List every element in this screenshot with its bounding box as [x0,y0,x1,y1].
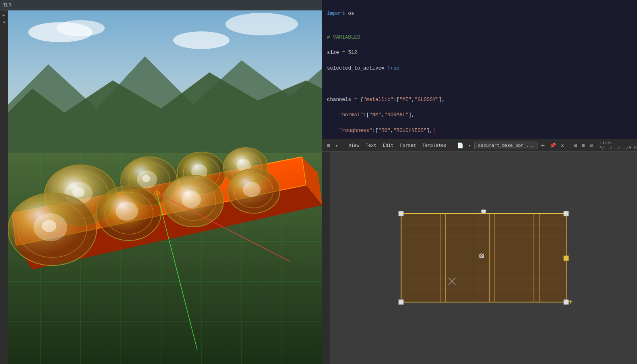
svg-point-2 [56,20,105,36]
file-dropdown[interactable]: ▾ [467,142,473,149]
templates-menu-btn[interactable]: Templates [420,142,449,149]
viewport-panel: ILR ▶ ◀ [0,0,322,364]
uv-mesh-svg: + [393,210,574,306]
svg-point-56 [243,182,261,197]
right-panel: import os # VARIABLES size = 512 selecte… [322,0,637,364]
svg-point-33 [72,187,85,197]
uv-canvas[interactable]: + [330,152,637,364]
split-view-icon[interactable]: ⊟ [588,142,595,149]
scene-svg [0,0,322,364]
script-toolbar: ≡ ▾ View Text Edit Format Templates 📄 ▾ … [322,139,637,152]
editor-type-icon[interactable]: ≡ [325,142,332,149]
svg-point-47 [42,220,56,232]
close-script-btn[interactable]: ✕ [559,142,566,149]
sidebar-tool-icon-1[interactable]: ▶ [2,12,6,18]
script-tab[interactable]: oscurart_bake_pbr_... [474,142,538,149]
edit-menu-btn[interactable]: Edit [381,142,396,149]
uv-editor: + [322,152,637,364]
editor-type-dropdown[interactable]: ▾ [333,142,340,149]
file-icon[interactable]: 📄 [455,142,465,149]
code-content: import os # VARIABLES size = 512 selecte… [322,0,637,139]
file-path-label: File: */../../../BLENDER_B [599,140,637,150]
grid-view-icon[interactable]: ⊞ [572,142,579,149]
svg-rect-84 [564,211,569,216]
svg-point-3 [173,31,230,49]
svg-point-87 [481,210,486,214]
pin-icon[interactable]: 📌 [548,142,558,149]
viewport-left-sidebar: ▶ ◀ [0,10,8,364]
svg-point-4 [225,13,298,35]
view-menu-btn[interactable]: View [346,142,362,149]
uv-sidebar-icon[interactable]: + [325,155,327,159]
text-menu-btn[interactable]: Text [363,142,379,149]
uv-left-sidebar: + [322,152,330,364]
viewport-header: ILR [0,0,322,10]
format-menu-btn[interactable]: Format [397,142,418,149]
main-container: ILR ▶ ◀ import os # VARIABLES size = 512… [0,0,637,364]
svg-point-53 [182,191,201,208]
svg-rect-85 [399,300,403,304]
add-script-btn[interactable]: + [539,141,546,150]
tab-name: oscurart_bake_pbr_... [478,143,534,148]
svg-rect-83 [399,211,403,216]
svg-rect-88 [564,256,569,261]
sidebar-tool-icon-2[interactable]: ◀ [2,19,6,25]
svg-point-50 [116,202,138,221]
list-view-icon[interactable]: ≡ [580,142,587,149]
svg-point-37 [142,175,150,182]
svg-text:+: + [568,297,573,306]
viewport-ilr-label: ILR [3,2,11,8]
script-editor[interactable]: import os # VARIABLES size = 512 selecte… [322,0,637,139]
